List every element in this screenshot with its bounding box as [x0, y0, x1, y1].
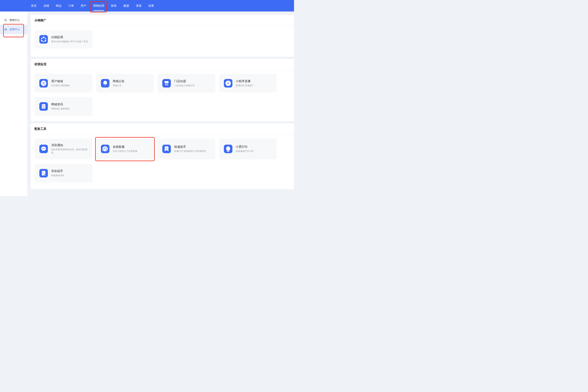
card-subtitle: 面向买家/卖家推送短信、微信消息通知 [51, 148, 89, 154]
nav-item-marketing-apps[interactable]: 营销应用 [93, 0, 104, 12]
card-subtitle: 直播卖货 快速推广 [236, 84, 254, 87]
printer-icon [224, 145, 232, 153]
nav-item-finance[interactable]: 财务 [111, 0, 117, 12]
section-operations: 经营应用 充 用户储值 多充多送 增加复购 [30, 59, 294, 121]
customer-service-icon [101, 145, 110, 153]
nav-item-users[interactable]: 用户 [81, 0, 86, 12]
bell-icon [101, 79, 110, 88]
app-card-online-service[interactable]: 在线客服 支持小程序人工在线客服 [96, 138, 154, 159]
nav-item-channels[interactable]: 渠道 [136, 0, 142, 12]
storefront-icon [162, 79, 171, 88]
app-card-review-helper[interactable]: 评价助手 快速高效评价 [34, 164, 92, 182]
app-card-message-notify[interactable]: 消息通知 面向买家/卖家推送短信、微信消息通知 [34, 138, 92, 159]
card-title: 商城公告 [113, 80, 125, 83]
share-icon [39, 35, 48, 44]
card-subtitle: 裂变分销 智能锁粉 用户主动推广卖货 [51, 40, 88, 43]
section-distribution: 分销推广 分销应用 裂变分销 智能锁粉 用户主动推广卖货 [30, 15, 294, 57]
app-card-distribution[interactable]: 分销应用 裂变分销 智能锁粉 用户主动推广卖货 [34, 30, 92, 48]
sidebar: 营销中心 应用中心 [0, 12, 28, 196]
section-divider [34, 26, 294, 26]
live-play-icon [224, 79, 232, 88]
app-card-miniprogram-live[interactable]: 小程序直播 直播卖货 快速推广 [219, 74, 277, 92]
card-title: 消息通知 [51, 144, 89, 147]
nav-item-shop[interactable]: 店铺 [44, 0, 49, 12]
sidebar-item-label: 应用中心 [10, 28, 20, 31]
sidebar-item-app-center[interactable]: 应用中心 [0, 25, 27, 34]
top-navbar: 首页 店铺 商品 订单 用户 营销应用 财务 数据 渠道 设置 [0, 0, 294, 12]
card-subtitle: 快速高效打印订单 [236, 150, 254, 153]
waybill-icon [162, 145, 171, 153]
card-title: 快递助手 [174, 145, 206, 148]
nav-item-home[interactable]: 首页 [31, 0, 36, 12]
card-title: 用户储值 [51, 80, 70, 83]
card-subtitle: 商城公告 [113, 84, 125, 87]
nav-item-orders[interactable]: 订单 [68, 0, 74, 12]
card-title: 分销应用 [51, 36, 88, 39]
section-title: 经营应用 [34, 63, 294, 66]
sidebar-item-marketing-center[interactable]: 营销中心 [0, 16, 27, 25]
card-subtitle: 商城动态 最新通知 [51, 107, 70, 110]
card-title: 评价助手 [51, 170, 64, 173]
card-title: 小票打印 [236, 145, 254, 148]
svg-text:充: 充 [42, 82, 46, 85]
sidebar-item-label: 营销中心 [10, 18, 20, 22]
nav-item-data[interactable]: 数据 [124, 0, 129, 12]
card-subtitle: 快速高效评价 [51, 174, 64, 177]
nav-item-goods[interactable]: 商品 [56, 0, 62, 12]
app-card-user-recharge[interactable]: 充 用户储值 多充多送 增加复购 [34, 74, 92, 92]
news-icon [39, 102, 48, 111]
cube-icon [4, 28, 7, 31]
card-grid: 充 用户储值 多充多送 增加复购 商城公告 商城公告 [34, 74, 277, 116]
app-center-content: 分销推广 分销应用 裂变分销 智能锁粉 用户主动推广卖货 经营应用 [30, 12, 294, 196]
review-pen-icon [39, 169, 48, 178]
app-card-receipt-print[interactable]: 小票打印 快速高效打印订单 [219, 138, 277, 159]
card-subtitle: 门店自提点 核销订单 [174, 84, 195, 87]
tag-icon [4, 19, 7, 22]
section-title: 配套工具 [34, 128, 294, 130]
recharge-icon: 充 [39, 79, 48, 88]
nav-item-settings[interactable]: 设置 [148, 0, 154, 12]
section-title: 分销推广 [34, 19, 294, 22]
main-nav: 首页 店铺 商品 订单 用户 营销应用 财务 数据 渠道 设置 [0, 0, 294, 12]
section-tools: 配套工具 消息通知 面向买家/卖家推送短信、微信消息通知 [30, 123, 294, 189]
app-card-mall-announcement[interactable]: 商城公告 商城公告 [96, 74, 154, 92]
card-grid: 分销应用 裂变分销 智能锁粉 用户主动推广卖货 [34, 30, 277, 48]
app-card-store-pickup[interactable]: 门店自提 门店自提点 核销订单 [158, 74, 215, 92]
card-grid: 消息通知 面向买家/卖家推送短信、微信消息通知 在线客服 支持小程序人工在线客服 [34, 138, 277, 182]
card-subtitle: 支持小程序人工在线客服 [113, 150, 137, 153]
app-card-mall-news[interactable]: 商城资讯 商城动态 最新通知 [34, 97, 92, 116]
admin-console: 首页 店铺 商品 订单 用户 营销应用 财务 数据 渠道 设置 营销中心 应用中… [0, 0, 294, 196]
app-card-express-helper[interactable]: 快递助手 批量打印 快速高效打印快递面单 [158, 138, 215, 159]
card-title: 门店自提 [174, 80, 195, 83]
card-title: 小程序直播 [236, 80, 254, 83]
message-bubble-icon [39, 145, 48, 153]
card-title: 在线客服 [113, 145, 137, 148]
card-subtitle: 多充多送 增加复购 [51, 84, 70, 87]
card-subtitle: 批量打印 快速高效打印快递面单 [174, 150, 206, 153]
card-title: 商城资讯 [51, 103, 70, 106]
